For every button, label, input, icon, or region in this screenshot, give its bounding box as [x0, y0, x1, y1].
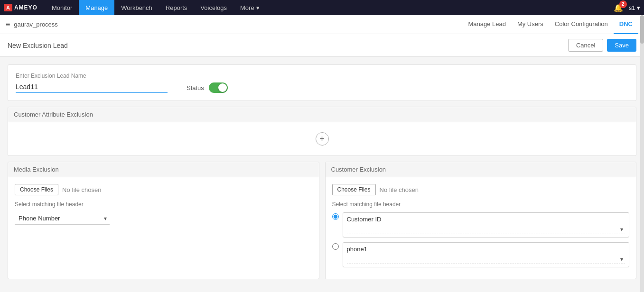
radio-phone1-input[interactable] — [332, 243, 339, 250]
top-nav: A AMEYO Monitor Manage Workbench Reports… — [0, 0, 644, 15]
radio-phone1-box: phone1 — [343, 242, 630, 267]
more-chevron-icon: ▾ — [256, 4, 260, 11]
customer-exclusion-header: Customer Exclusion — [326, 162, 636, 177]
logo-text: AMEYO — [14, 4, 37, 11]
status-row: Status — [187, 82, 228, 93]
radio-option-phone1: phone1 — [332, 242, 630, 267]
logo: A AMEYO — [4, 4, 37, 11]
lead-name-input[interactable] — [16, 81, 168, 93]
main-content: Enter Exclusion Lead Name Status Custome… — [0, 57, 644, 292]
customer-id-select[interactable] — [347, 225, 625, 234]
media-select-wrapper: Phone Number Email Customer ID — [15, 212, 110, 225]
lead-name-section: Enter Exclusion Lead Name Status — [8, 64, 636, 101]
customer-no-file-label: No file chosen — [380, 186, 419, 193]
nav-right: 🔔 2 s1 ▾ — [614, 3, 640, 12]
customer-id-select-wrapper — [347, 225, 625, 234]
customer-exclusion-col: Customer Exclusion Choose Files No file … — [325, 162, 637, 279]
media-no-file-label: No file chosen — [62, 186, 101, 193]
sub-nav: ≡ gaurav_process Manage Lead My Users Co… — [0, 15, 644, 34]
cancel-button[interactable]: Cancel — [568, 39, 603, 52]
media-exclusion-header: Media Exclusion — [8, 162, 319, 177]
nav-manage[interactable]: Manage — [79, 0, 114, 15]
sub-nav-right: Manage Lead My Users Color Configuration… — [462, 15, 638, 34]
user-chevron-icon: ▾ — [637, 4, 640, 11]
customer-match-label: Select matching file header — [332, 201, 630, 208]
nav-voicelogs[interactable]: Voicelogs — [194, 0, 233, 15]
nav-more[interactable]: More ▾ — [233, 0, 266, 15]
notification-badge: 2 — [619, 0, 627, 8]
customer-file-row: Choose Files No file chosen — [332, 184, 630, 195]
subnav-manage-lead[interactable]: Manage Lead — [462, 15, 512, 34]
bell-icon[interactable]: 🔔 2 — [614, 3, 623, 12]
media-file-row: Choose Files No file chosen — [15, 184, 312, 195]
nav-reports[interactable]: Reports — [159, 0, 194, 15]
radio-customer-id-label: Customer ID — [347, 216, 625, 223]
phone1-select-wrapper — [347, 255, 625, 264]
header-actions: Cancel Save — [568, 39, 636, 52]
hamburger-icon[interactable]: ≡ — [6, 20, 10, 29]
lead-name-group: Enter Exclusion Lead Name — [16, 73, 168, 93]
customer-attr-section: Customer Attribute Exclusion + — [8, 107, 636, 156]
nav-workbench[interactable]: Workbench — [114, 0, 159, 15]
status-toggle[interactable] — [209, 82, 228, 93]
page-header: New Exclusion Lead Cancel Save — [0, 34, 644, 57]
media-exclusion-col: Media Exclusion Choose Files No file cho… — [8, 162, 319, 279]
two-col-section: Media Exclusion Choose Files No file cho… — [8, 162, 636, 279]
save-button[interactable]: Save — [607, 39, 636, 52]
radio-phone1-label: phone1 — [347, 246, 625, 253]
radio-option-customer-id: Customer ID — [332, 212, 630, 237]
customer-attr-body: + — [8, 122, 636, 155]
media-match-label: Select matching file header — [15, 201, 312, 208]
sub-nav-left: ≡ gaurav_process — [6, 20, 58, 29]
radio-customer-id-box: Customer ID — [343, 212, 630, 237]
radio-customer-id-input[interactable] — [332, 213, 339, 220]
customer-exclusion-body: Choose Files No file chosen Select match… — [326, 177, 636, 279]
toggle-knob — [218, 83, 227, 92]
form-row: Enter Exclusion Lead Name Status — [16, 73, 628, 93]
media-exclusion-body: Choose Files No file chosen Select match… — [8, 177, 319, 231]
user-label[interactable]: s1 ▾ — [629, 4, 640, 11]
add-attr-button[interactable]: + — [316, 132, 329, 146]
customer-choose-files-button[interactable]: Choose Files — [332, 184, 376, 195]
media-choose-files-button[interactable]: Choose Files — [15, 184, 58, 195]
breadcrumb: gaurav_process — [14, 21, 58, 28]
phone1-select[interactable] — [347, 255, 625, 264]
nav-items: Monitor Manage Workbench Reports Voicelo… — [45, 0, 614, 15]
subnav-my-users[interactable]: My Users — [512, 15, 549, 34]
scrollbar-thumb — [640, 15, 644, 44]
status-label: Status — [187, 84, 204, 91]
page-title: New Exclusion Lead — [8, 42, 68, 49]
nav-monitor[interactable]: Monitor — [45, 0, 79, 15]
logo-box: A — [4, 4, 12, 11]
scrollbar[interactable] — [640, 15, 644, 292]
subnav-dnc[interactable]: DNC — [614, 15, 638, 34]
subnav-color-configuration[interactable]: Color Configuration — [549, 15, 614, 34]
customer-attr-header: Customer Attribute Exclusion — [8, 107, 636, 122]
lead-name-label: Enter Exclusion Lead Name — [16, 73, 168, 79]
media-file-header-select[interactable]: Phone Number Email Customer ID — [15, 212, 110, 225]
